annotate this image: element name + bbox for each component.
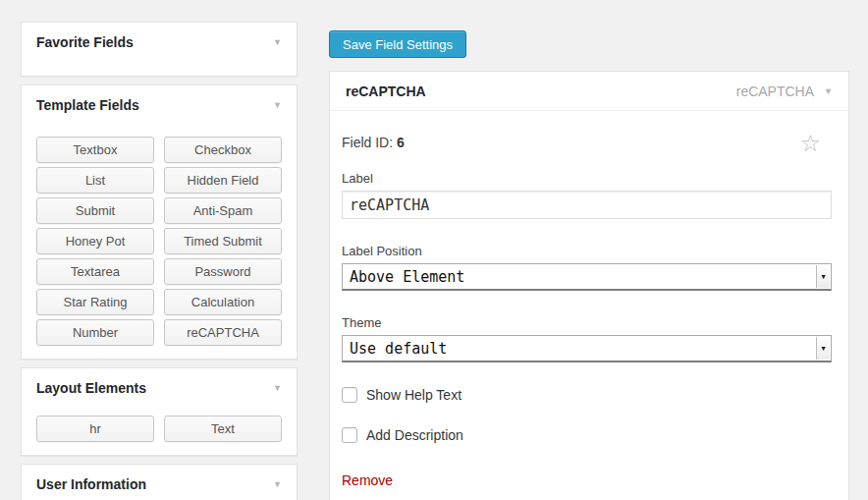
- field-button-calculation[interactable]: Calculation: [164, 289, 282, 315]
- label-position-selected-value: Above Element: [350, 268, 464, 286]
- show-help-text-label: Show Help Text: [366, 387, 461, 403]
- panel-header-user-information[interactable]: User Information ▼: [22, 465, 297, 500]
- panel-title: Favorite Fields: [36, 34, 134, 50]
- label-position-select[interactable]: Above Element ▼: [342, 263, 832, 291]
- field-panel-body: Field ID: 6 ☆ Label Label Position Above…: [330, 135, 848, 500]
- field-button-honey-pot[interactable]: Honey Pot: [36, 228, 154, 254]
- select-arrow-icon: ▼: [816, 265, 830, 288]
- field-button-password[interactable]: Password: [164, 258, 282, 285]
- label-position-label: Label Position: [342, 244, 832, 258]
- panel-title: User Information: [36, 476, 146, 492]
- label-form-group: Label: [342, 171, 832, 219]
- panel-favorite-fields: Favorite Fields ▼: [21, 22, 298, 77]
- layout-elements-grid: hr Text: [22, 406, 297, 455]
- panel-header-template-fields[interactable]: Template Fields ▼: [22, 85, 297, 123]
- select-arrow-icon: ▼: [816, 337, 830, 360]
- field-button-checkbox[interactable]: Checkbox: [164, 137, 282, 163]
- panel-layout-elements: Layout Elements ▼ hr Text: [21, 367, 298, 456]
- fields-sidebar: Favorite Fields ▼ Template Fields ▼ Text…: [21, 22, 298, 500]
- chevron-down-icon[interactable]: ▼: [273, 384, 282, 393]
- save-field-settings-button[interactable]: Save Field Settings: [329, 30, 466, 58]
- field-button-number[interactable]: Number: [36, 319, 154, 346]
- chevron-down-icon[interactable]: ▼: [273, 480, 282, 489]
- label-position-form-group: Label Position Above Element ▼: [342, 244, 832, 291]
- show-help-text-row[interactable]: Show Help Text: [342, 387, 832, 403]
- label-field-label: Label: [342, 171, 832, 186]
- field-button-textarea[interactable]: Textarea: [36, 258, 154, 285]
- chevron-down-icon[interactable]: ▼: [824, 87, 833, 96]
- panel-header-layout-elements[interactable]: Layout Elements ▼: [22, 368, 297, 406]
- field-button-textbox[interactable]: Textbox: [36, 137, 154, 163]
- field-button-hidden-field[interactable]: Hidden Field: [164, 167, 282, 194]
- theme-form-group: Theme Use default ▼: [342, 315, 832, 362]
- field-button-list[interactable]: List: [36, 167, 154, 194]
- remove-field-link[interactable]: Remove: [342, 472, 393, 488]
- field-button-submit[interactable]: Submit: [36, 197, 154, 224]
- field-button-hr[interactable]: hr: [36, 416, 154, 442]
- add-description-label: Add Description: [366, 427, 463, 443]
- template-fields-grid: Textbox Checkbox List Hidden Field Submi…: [22, 123, 297, 359]
- label-input[interactable]: [342, 191, 832, 219]
- field-button-recaptcha[interactable]: reCAPTCHA: [164, 319, 282, 346]
- recaptcha-field-panel: reCAPTCHA reCAPTCHA ▼ Field ID: 6 ☆ Labe…: [329, 71, 849, 500]
- field-id-label: Field ID:: [342, 135, 393, 150]
- field-button-anti-spam[interactable]: Anti-Spam: [164, 197, 282, 224]
- field-id-text: Field ID: 6: [342, 135, 405, 150]
- favorite-fields-empty-area: [22, 60, 297, 76]
- panel-title: Template Fields: [36, 97, 139, 113]
- chevron-down-icon[interactable]: ▼: [273, 38, 282, 47]
- field-panel-header[interactable]: reCAPTCHA reCAPTCHA ▼: [330, 72, 848, 111]
- theme-selected-value: Use default: [350, 340, 447, 358]
- panel-header-favorite-fields[interactable]: Favorite Fields ▼: [22, 23, 297, 60]
- add-description-checkbox[interactable]: [342, 427, 357, 443]
- chevron-down-icon[interactable]: ▼: [273, 101, 282, 110]
- field-settings-column: Save Field Settings reCAPTCHA reCAPTCHA …: [329, 30, 849, 500]
- show-help-text-checkbox[interactable]: [342, 387, 357, 403]
- field-type-label: reCAPTCHA: [736, 83, 814, 99]
- field-panel-title: reCAPTCHA: [346, 83, 736, 99]
- field-button-star-rating[interactable]: Star Rating: [36, 289, 154, 315]
- theme-label: Theme: [342, 315, 832, 330]
- field-button-timed-submit[interactable]: Timed Submit: [164, 228, 282, 254]
- panel-user-information: User Information ▼: [21, 464, 298, 500]
- field-id-value: 6: [397, 135, 405, 150]
- field-button-text[interactable]: Text: [164, 416, 282, 442]
- theme-select[interactable]: Use default ▼: [342, 335, 832, 362]
- favorite-star-icon[interactable]: ☆: [799, 135, 821, 152]
- panel-title: Layout Elements: [36, 380, 146, 396]
- add-description-row[interactable]: Add Description: [342, 427, 832, 443]
- panel-template-fields: Template Fields ▼ Textbox Checkbox List …: [21, 84, 298, 360]
- field-id-row: Field ID: 6 ☆: [342, 135, 832, 152]
